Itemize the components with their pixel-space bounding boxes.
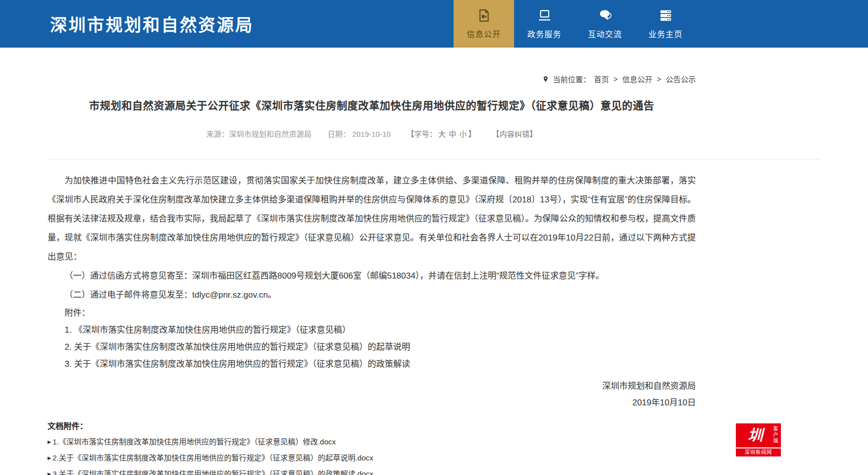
laptop-icon [537, 8, 552, 23]
attachments-heading: 文档附件： [48, 419, 696, 434]
content-correction-button[interactable]: 【内容纠错】 [492, 130, 537, 138]
nav-item-business-home[interactable]: 业务主页 [635, 0, 696, 48]
article-body: 为加快推进中国特色社会主义先行示范区建设，贯彻落实国家关于加快住房制度改革，建立… [48, 171, 696, 373]
divider [48, 159, 821, 159]
font-size-suffix: 】 [469, 130, 476, 138]
breadcrumb-link-home[interactable]: 首页 [594, 74, 609, 84]
nav-label-gov-services: 政务服务 [527, 28, 561, 40]
paragraph-email-option: （二）通过电子邮件将意见发至：tdlyc@pnr.sz.gov.cn。 [48, 286, 696, 305]
paragraph-mail-option: （一）通过信函方式将意见寄至：深圳市福田区红荔西路8009号规划大厦606室（邮… [48, 267, 696, 286]
shenzhen-news-watermark: 圳 客户端 深圳新闻网 [736, 423, 781, 456]
watermark-vertical-text: 客户端 [771, 426, 779, 444]
paragraph-main: 为加快推进中国特色社会主义先行示范区建设，贯彻落实国家关于加快住房制度改革，建立… [48, 171, 696, 267]
breadcrumb: 当前位置： 首页 > 信息公开 > 公告公示 [48, 74, 696, 84]
site-header: 深圳市规划和自然资源局 信息公开 [0, 0, 868, 48]
font-size-medium-button[interactable]: 中 [449, 130, 457, 138]
article-meta: 来源：深圳市规划和自然资源局 日期： 2019-10-10 【字号：大中小】 【… [48, 128, 696, 139]
paragraph-attachment-heading: 附件： [48, 305, 696, 322]
watermark-caption: 深圳新闻网 [736, 448, 781, 456]
breadcrumb-separator: > [613, 75, 618, 83]
meta-source: 来源：深圳市规划和自然资源局 [206, 130, 311, 138]
font-size-large-button[interactable]: 大 [439, 130, 446, 138]
chat-bubbles-icon [598, 8, 613, 23]
nav-item-gov-services[interactable]: 政务服务 [514, 0, 575, 48]
site-logo[interactable]: 深圳市规划和自然资源局 [50, 12, 254, 36]
breadcrumb-link-announcements[interactable]: 公告公示 [666, 74, 696, 84]
breadcrumb-label: 当前位置： [553, 74, 590, 84]
triangle-marker-icon: ▶ [48, 440, 51, 444]
watermark-logo-box: 圳 客户端 [736, 423, 781, 447]
attachment-row: ▶ 1.《深圳市落实住房制度改革加快住房用地供应的暂行规定》（征求意见稿）修改.… [48, 434, 696, 450]
document-video-icon [477, 8, 492, 23]
signature-date: 2019年10月10日 [48, 394, 696, 411]
attachment-link-2[interactable]: 2.关于《深圳市落实住房制度改革加快住房用地供应的暂行规定》（征求意见稿）的起草… [53, 450, 373, 466]
font-size-control: 【字号：大中小】 [407, 130, 476, 138]
nav-label-business-home: 业务主页 [648, 28, 682, 40]
meta-date: 日期： 2019-10-10 [327, 130, 390, 138]
signature-agency: 深圳市规划和自然资源局 [48, 378, 696, 394]
document-attachments: 文档附件： ▶ 1.《深圳市落实住房制度改革加快住房用地供应的暂行规定》（征求意… [48, 419, 696, 475]
nav-item-info-disclosure[interactable]: 信息公开 [454, 0, 514, 48]
paragraph-attachment-2: 2. 关于《深圳市落实住房制度改革加快住房用地供应的暂行规定》（征求意见稿）的起… [48, 339, 696, 356]
triangle-marker-icon: ▶ [48, 456, 51, 460]
breadcrumb-link-info-disclosure[interactable]: 信息公开 [622, 74, 652, 84]
font-size-small-button[interactable]: 小 [460, 130, 467, 138]
nav-label-interaction: 互动交流 [588, 28, 622, 40]
location-pin-icon [542, 75, 549, 84]
page: 深圳市规划和自然资源局 信息公开 [0, 0, 868, 475]
paragraph-attachment-1: 1. 《深圳市落实住房制度改革加快住房用地供应的暂行规定》（征求意见稿） [48, 322, 696, 339]
triangle-marker-icon: ▶ [48, 472, 51, 475]
main-nav: 信息公开 政务服务 互动交流 [454, 0, 696, 48]
font-size-prefix: 【字号： [407, 130, 437, 138]
attachment-row: ▶ 3.关于《深圳市落实住房制度改革加快住房用地供应的暂行规定》（征求意见稿）的… [48, 466, 696, 475]
paragraph-attachment-3: 3. 关于《深圳市落实住房制度改革加快住房用地供应的暂行规定》（征求意见稿）的政… [48, 356, 696, 373]
attachment-link-3[interactable]: 3.关于《深圳市落实住房制度改革加快住房用地供应的暂行规定》（征求意见稿）的政策… [53, 466, 373, 475]
watermark-glyph: 圳 [748, 428, 763, 443]
breadcrumb-separator: > [657, 75, 661, 83]
main-content: 当前位置： 首页 > 信息公开 > 公告公示 市规划和自然资源局关于公开征求《深… [48, 74, 696, 139]
signature-block: 深圳市规划和自然资源局 2019年10月10日 [48, 378, 696, 411]
nav-item-interaction[interactable]: 互动交流 [575, 0, 635, 48]
attachment-link-1[interactable]: 1.《深圳市落实住房制度改革加快住房用地供应的暂行规定》（征求意见稿）修改.do… [53, 434, 336, 450]
page-title: 市规划和自然资源局关于公开征求《深圳市落实住房制度改革加快住房用地供应的暂行规定… [48, 97, 696, 112]
nav-label-info-disclosure: 信息公开 [467, 28, 501, 40]
article-body-wrap: 为加快推进中国特色社会主义先行示范区建设，贯彻落实国家关于加快住房制度改革，建立… [48, 171, 696, 475]
server-stack-icon [658, 8, 673, 23]
attachment-row: ▶ 2.关于《深圳市落实住房制度改革加快住房用地供应的暂行规定》（征求意见稿）的… [48, 450, 696, 466]
